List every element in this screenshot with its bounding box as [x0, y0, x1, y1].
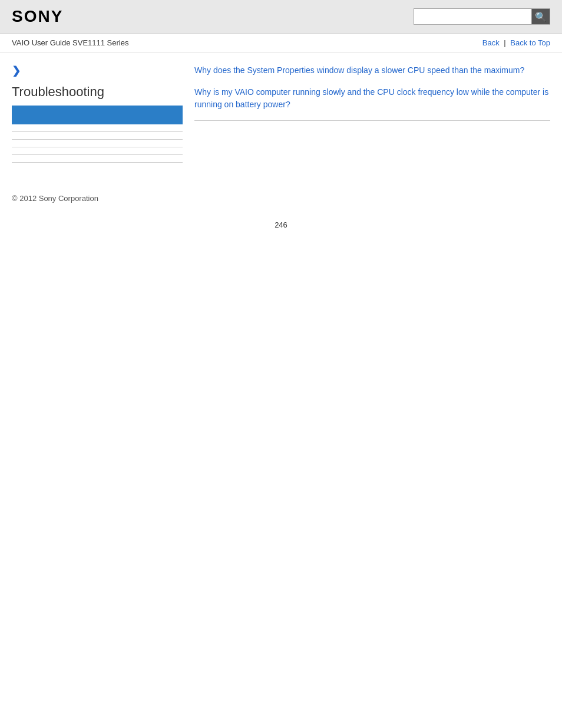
sidebar-divider-2: [12, 139, 183, 140]
back-to-top-link[interactable]: Back to Top: [510, 38, 550, 47]
guide-title: VAIO User Guide SVE1111 Series: [12, 38, 128, 47]
back-link[interactable]: Back: [482, 38, 500, 47]
search-input[interactable]: [414, 8, 531, 25]
search-area: 🔍: [414, 8, 550, 25]
sidebar-chevron-icon[interactable]: ❯: [12, 64, 183, 77]
sidebar-divider-5: [12, 162, 183, 163]
sidebar: ❯ Troubleshooting: [12, 64, 183, 170]
sidebar-divider-1: [12, 131, 183, 132]
sidebar-divider-3: [12, 147, 183, 147]
nav-links: Back | Back to Top: [482, 38, 550, 47]
sony-logo: SONY: [12, 7, 63, 26]
nav-bar: VAIO User Guide SVE1111 Series Back | Ba…: [0, 34, 562, 52]
copyright-text: © 2012 Sony Corporation: [12, 194, 98, 203]
sidebar-divider-4: [12, 154, 183, 155]
content-area: Why does the System Properties window di…: [194, 64, 550, 170]
header: SONY 🔍: [0, 0, 562, 34]
search-icon: 🔍: [535, 11, 547, 22]
sidebar-active-item[interactable]: [12, 106, 183, 124]
content-divider: [194, 120, 550, 121]
footer: © 2012 Sony Corporation: [0, 182, 562, 209]
search-button[interactable]: 🔍: [531, 8, 550, 25]
page-number: 246: [0, 209, 562, 241]
content-link-1[interactable]: Why does the System Properties window di…: [194, 64, 550, 77]
nav-separator: |: [504, 38, 505, 47]
content-link-2[interactable]: Why is my VAIO computer running slowly a…: [194, 86, 550, 111]
main-content: ❯ Troubleshooting Why does the System Pr…: [0, 52, 562, 182]
sidebar-title: Troubleshooting: [12, 84, 183, 100]
